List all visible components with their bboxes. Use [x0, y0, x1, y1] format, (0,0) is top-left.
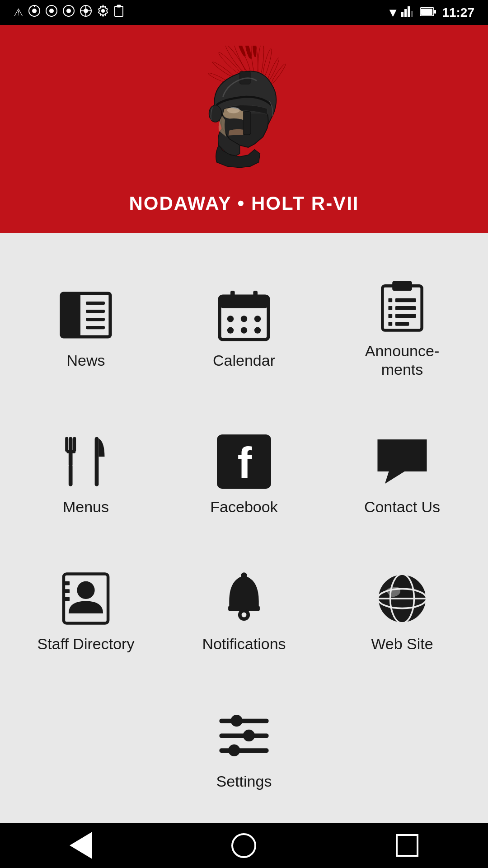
svg-rect-68	[66, 450, 75, 453]
svg-rect-77	[64, 597, 70, 601]
settings-icon	[217, 709, 271, 763]
svg-rect-61	[388, 314, 392, 318]
svg-rect-14	[401, 12, 404, 17]
svg-point-74	[77, 581, 94, 599]
svg-rect-47	[230, 291, 235, 302]
home-button[interactable]	[231, 833, 256, 858]
menu-item-calendar[interactable]: Calendar	[167, 251, 321, 402]
calendar-label: Calendar	[213, 351, 275, 370]
svg-point-51	[254, 316, 261, 322]
menu-item-contact-us[interactable]: Contact Us	[325, 406, 479, 539]
svg-point-53	[241, 327, 247, 333]
svg-rect-13	[117, 5, 121, 7]
status-icons-left: ⚠	[14, 5, 124, 20]
svg-rect-12	[115, 6, 123, 16]
svg-rect-57	[388, 298, 392, 302]
svg-rect-16	[408, 6, 410, 17]
announcements-icon	[375, 278, 429, 333]
contact-us-label: Contact Us	[364, 498, 440, 516]
battery-icon	[420, 5, 436, 20]
svg-point-4	[49, 9, 54, 13]
svg-point-80	[242, 613, 247, 618]
app-icon-4	[80, 5, 92, 20]
app-icon-3	[62, 5, 75, 20]
school-name-text: NODAWAY • HOLT R-VII	[129, 193, 359, 214]
svg-rect-87	[219, 719, 268, 723]
staff-directory-label: Staff Directory	[38, 635, 135, 653]
svg-rect-59	[388, 306, 392, 310]
facebook-label: Facebook	[210, 498, 277, 516]
school-logo	[176, 43, 312, 188]
menu-grid: News Calendar	[0, 233, 488, 823]
calendar-icon	[217, 288, 271, 342]
svg-rect-35	[243, 112, 251, 135]
svg-point-90	[243, 730, 255, 741]
time-display: 11:27	[442, 5, 474, 20]
staff-directory-icon	[59, 571, 113, 626]
menu-item-announcements[interactable]: Announce- ments	[325, 251, 479, 402]
svg-rect-17	[411, 11, 413, 17]
svg-rect-41	[86, 302, 105, 305]
web-site-icon	[375, 571, 429, 626]
svg-point-54	[254, 327, 261, 333]
settings-label: Settings	[216, 772, 272, 791]
svg-rect-62	[395, 314, 416, 318]
menu-item-staff-directory[interactable]: Staff Directory	[9, 544, 163, 677]
svg-rect-69	[69, 464, 73, 486]
menu-item-notifications[interactable]: Notifications	[167, 544, 321, 677]
svg-rect-81	[241, 572, 247, 578]
svg-rect-70	[95, 437, 99, 486]
svg-rect-64	[395, 322, 409, 326]
svg-rect-42	[86, 310, 105, 313]
svg-rect-75	[64, 581, 70, 585]
news-label: News	[66, 351, 105, 370]
svg-rect-56	[392, 281, 412, 291]
svg-rect-76	[64, 590, 70, 594]
web-site-label: Web Site	[371, 635, 433, 653]
svg-rect-44	[86, 326, 105, 329]
status-bar: ⚠	[0, 0, 488, 25]
announcements-label: Announce- ments	[365, 342, 439, 379]
news-icon	[59, 288, 113, 342]
settings-status-icon	[97, 5, 109, 20]
clipboard-status-icon	[114, 5, 124, 20]
svg-point-11	[101, 9, 105, 13]
notifications-label: Notifications	[202, 635, 286, 653]
logo-area: NODAWAY • HOLT R-VII	[129, 43, 359, 214]
contact-us-icon	[375, 434, 429, 489]
svg-rect-19	[421, 9, 432, 15]
status-icons-right: ▾ 11:27	[389, 5, 474, 20]
svg-point-49	[227, 316, 234, 322]
svg-point-88	[231, 715, 243, 726]
svg-rect-15	[404, 9, 407, 17]
svg-rect-66	[65, 437, 68, 452]
svg-rect-48	[253, 291, 258, 302]
svg-rect-58	[395, 298, 416, 302]
svg-rect-63	[388, 322, 392, 326]
wifi-icon: ▾	[389, 5, 396, 20]
svg-rect-46	[220, 296, 268, 308]
menu-item-settings[interactable]: Settings	[167, 681, 321, 814]
facebook-icon: f	[217, 434, 271, 489]
app-header: NODAWAY • HOLT R-VII	[0, 25, 488, 233]
svg-rect-60	[395, 306, 416, 310]
menus-icon	[59, 434, 113, 489]
recent-button[interactable]	[396, 834, 418, 857]
back-button[interactable]	[70, 832, 92, 859]
app-icon-1	[28, 5, 41, 20]
svg-point-92	[228, 744, 240, 756]
svg-point-1	[32, 9, 37, 13]
menu-item-facebook[interactable]: f Facebook	[167, 406, 321, 539]
svg-rect-40	[61, 293, 80, 337]
svg-rect-20	[434, 10, 436, 14]
svg-point-6	[66, 9, 71, 13]
menu-item-web-site[interactable]: Web Site	[325, 544, 479, 677]
svg-rect-91	[219, 748, 268, 753]
svg-rect-43	[86, 318, 105, 321]
svg-point-52	[227, 327, 234, 333]
menu-item-menus[interactable]: Menus	[9, 406, 163, 539]
signal-icon	[401, 5, 415, 20]
menu-item-news[interactable]: News	[9, 251, 163, 402]
svg-rect-67	[73, 437, 76, 452]
svg-point-50	[241, 316, 247, 322]
